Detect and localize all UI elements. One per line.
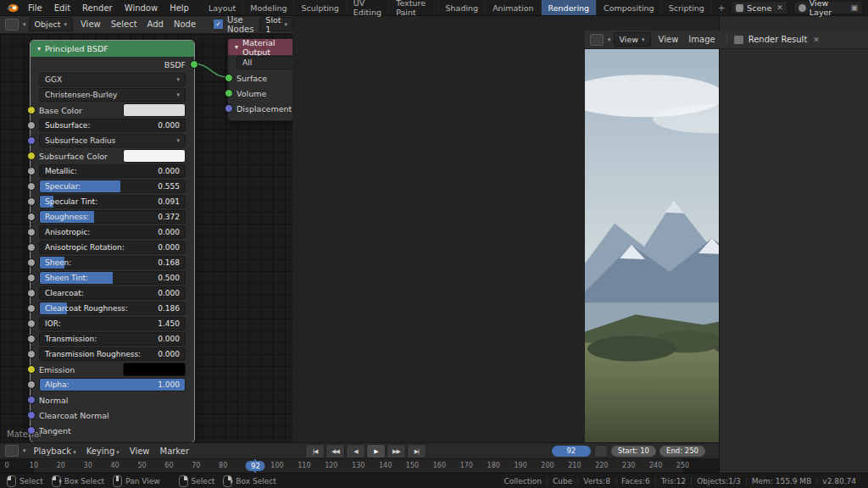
input-socket-roughness[interactable] <box>27 213 36 221</box>
workspace-tab-layout[interactable]: Layout <box>202 0 243 15</box>
menu-file[interactable]: File <box>22 3 48 13</box>
input-socket-transmission-roughness[interactable] <box>27 350 36 358</box>
input-socket-displacement[interactable] <box>225 104 233 113</box>
timeline-menu-keying[interactable]: Keying▾ <box>81 446 125 456</box>
shader-menu-select[interactable]: Select <box>106 19 142 29</box>
view-layer-copy-icon[interactable]: ▣ <box>849 3 858 12</box>
bsdf-color-swatch-base-color[interactable] <box>123 103 186 117</box>
menu-help[interactable]: Help <box>164 3 195 13</box>
bsdf-slider-subsurface[interactable]: Subsurface:0.000 <box>39 119 186 132</box>
input-socket-base-color[interactable] <box>27 106 36 114</box>
frame-start-field[interactable]: Start: 10 <box>611 446 656 457</box>
bsdf-slider-ior[interactable]: IOR:1.450 <box>39 317 186 330</box>
shader-editor-type-icon[interactable] <box>5 19 19 30</box>
input-socket-sheen[interactable] <box>27 258 36 267</box>
image-menu-view[interactable]: View <box>654 35 684 44</box>
bsdf-slider-specular-tint[interactable]: Specular Tint:0.091 <box>39 195 186 208</box>
input-socket-clearcoat-roughness[interactable] <box>27 304 36 313</box>
bsdf-slider-clearcoat[interactable]: Clearcoat:0.000 <box>39 286 186 300</box>
shader-menu-node[interactable]: Node <box>169 19 201 29</box>
principled-bsdf-node[interactable]: ▾ Principled BSDF BSDF GGX▾Christensen-B… <box>30 40 195 442</box>
collapse-triangle-icon[interactable]: ▾ <box>235 43 238 51</box>
next-keyframe-button[interactable]: ▶▶ <box>387 444 406 458</box>
bsdf-slider-transmission[interactable]: Transmission:0.000 <box>39 332 186 346</box>
bsdf-slider-roughness[interactable]: Roughness:0.372 <box>39 210 186 224</box>
timeline-menu-view[interactable]: View <box>125 446 155 456</box>
menu-render[interactable]: Render <box>76 3 119 13</box>
input-socket-normal[interactable] <box>27 396 36 404</box>
node-header[interactable]: ▾ Material Output <box>228 39 292 55</box>
bsdf-dropdown-subsurface-radius[interactable]: Subsurface Radius▾ <box>39 134 186 147</box>
input-socket-subsurface-radius[interactable] <box>27 136 36 145</box>
input-socket-tangent[interactable] <box>27 426 36 435</box>
workspace-tab-texture-paint[interactable]: Texture Paint <box>389 0 438 15</box>
input-socket-emission[interactable] <box>27 365 36 374</box>
input-socket-subsurface-color[interactable] <box>27 152 36 160</box>
input-socket-sheen-tint[interactable] <box>27 274 36 282</box>
input-socket-anisotropic[interactable] <box>27 228 36 236</box>
input-socket-ior[interactable] <box>27 319 36 328</box>
bsdf-dropdown-christensen-burley[interactable]: Christensen-Burley▾ <box>39 88 186 102</box>
jump-to-start-button[interactable]: |◀ <box>305 444 325 458</box>
workspace-tab-shading[interactable]: Shading <box>439 0 487 15</box>
menu-edit[interactable]: Edit <box>48 3 76 13</box>
jump-to-end-button[interactable]: ▶| <box>407 444 426 458</box>
bsdf-output-socket[interactable] <box>190 60 198 69</box>
input-socket-anisotropic-rotation[interactable] <box>27 243 36 252</box>
input-socket-specular-tint[interactable] <box>27 197 36 206</box>
timeline-menu-playback[interactable]: Playback▾ <box>29 446 81 456</box>
workspace-tab-sculpting[interactable]: Sculpting <box>294 0 346 15</box>
unlink-image-icon[interactable]: ✕ <box>811 36 820 44</box>
shader-menu-add[interactable]: Add <box>142 19 169 29</box>
bsdf-slider-transmission-roughness[interactable]: Transmission Roughness:0.000 <box>39 347 186 361</box>
bsdf-slider-sheen[interactable]: Sheen:0.168 <box>39 256 186 269</box>
input-socket-transmission[interactable] <box>27 335 36 343</box>
workspace-tab-uv-editing[interactable]: UV Editing <box>347 0 389 15</box>
node-canvas[interactable]: ▾ Principled BSDF BSDF GGX▾Christensen-B… <box>0 34 292 442</box>
shader-mode-dropdown[interactable]: Object ▾ <box>29 17 73 31</box>
workspace-tab-animation[interactable]: Animation <box>486 0 541 15</box>
input-socket-clearcoat-normal[interactable] <box>27 411 36 419</box>
material-output-node[interactable]: ▾ Material Output All ▾ SurfaceVolumeDis… <box>227 38 292 121</box>
bsdf-slider-metallic[interactable]: Metallic:0.000 <box>39 164 186 178</box>
timeline-editor-type-icon[interactable] <box>5 445 19 457</box>
bsdf-slider-sheen-tint[interactable]: Sheen Tint:0.500 <box>39 271 186 285</box>
unlink-scene-icon[interactable]: ✕ <box>775 3 783 12</box>
input-socket-alpha[interactable] <box>27 380 36 389</box>
bsdf-slider-anisotropic-rotation[interactable]: Anisotropic Rotation:0.000 <box>39 241 186 254</box>
input-socket-specular[interactable] <box>27 182 36 191</box>
bsdf-slider-anisotropic[interactable]: Anisotropic:0.000 <box>39 225 186 239</box>
menu-window[interactable]: Window <box>119 3 164 13</box>
input-socket-subsurface[interactable] <box>27 121 36 130</box>
image-menu-image[interactable]: Image <box>683 35 720 44</box>
workspace-tab-scripting[interactable]: Scripting <box>662 0 712 15</box>
blender-logo-icon[interactable] <box>5 3 19 13</box>
bsdf-slider-clearcoat-roughness[interactable]: Clearcoat Roughness:0.186 <box>39 302 186 315</box>
frame-end-field[interactable]: End: 250 <box>659 446 705 457</box>
view-layer-selector[interactable]: View Layer ▣ <box>793 1 863 14</box>
add-workspace-button[interactable]: + <box>712 3 731 13</box>
bsdf-color-swatch-emission[interactable] <box>123 363 186 376</box>
workspace-tab-rendering[interactable]: Rendering <box>542 0 598 15</box>
use-preview-range-button[interactable] <box>594 445 608 458</box>
use-nodes-checkbox[interactable]: Use Nodes <box>213 15 253 34</box>
bsdf-dropdown-ggx[interactable]: GGX▾ <box>39 73 186 86</box>
input-socket-metallic[interactable] <box>27 167 36 175</box>
playhead-frame-badge[interactable]: 92 <box>246 461 265 471</box>
current-frame-field[interactable]: 92 <box>552 446 591 457</box>
node-header[interactable]: ▾ Principled BSDF <box>31 41 194 57</box>
input-socket-clearcoat[interactable] <box>27 289 36 297</box>
input-socket-volume[interactable] <box>225 89 233 97</box>
image-datablock-icon[interactable] <box>733 35 744 45</box>
bsdf-slider-specular[interactable]: Specular:0.555 <box>39 180 186 193</box>
scene-selector[interactable]: Scene ✕ <box>731 1 788 14</box>
bsdf-color-swatch-subsurface-color[interactable] <box>123 149 186 163</box>
bsdf-slider-alpha[interactable]: Alpha:1.000 <box>39 378 186 391</box>
play-reverse-button[interactable]: ◀ <box>346 444 365 458</box>
timeline-menu-marker[interactable]: Marker <box>155 446 195 456</box>
material-slot-dropdown[interactable]: Slot 1 ▾ <box>259 17 293 31</box>
image-mode-dropdown[interactable]: View ▾ <box>614 32 651 47</box>
workspace-tab-modeling[interactable]: Modeling <box>243 0 294 15</box>
input-socket-surface[interactable] <box>225 74 233 82</box>
shader-menu-view[interactable]: View <box>75 19 106 29</box>
